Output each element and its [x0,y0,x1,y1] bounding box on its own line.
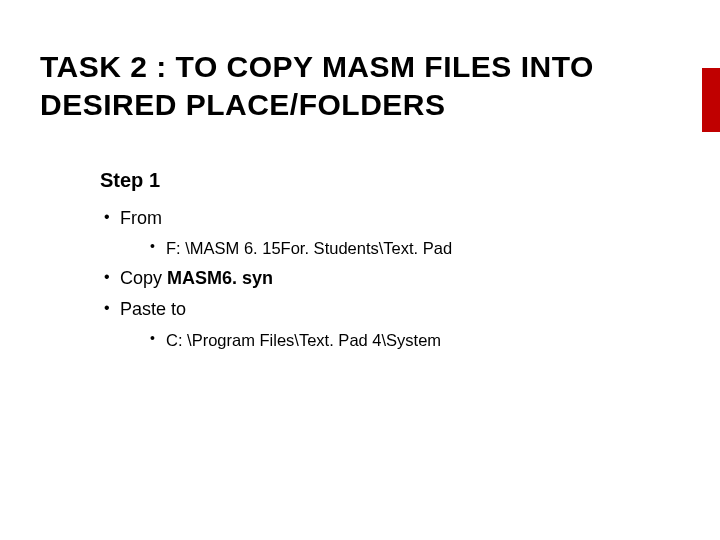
bullet-from: From F: \MASM 6. 15For. Students\Text. P… [100,206,680,260]
bullet-list-level2-paste: C: \Program Files\Text. Pad 4\System [148,329,680,352]
step-heading: Step 1 [100,169,680,192]
bullet-copy-prefix: Copy [120,268,167,288]
bullet-list-level2-from: F: \MASM 6. 15For. Students\Text. Pad [148,237,680,260]
bullet-copy: Copy MASM6. syn [100,266,680,291]
accent-bar [702,68,720,132]
bullet-paste-label: Paste to [120,299,186,319]
bullet-copy-filename: MASM6. syn [167,268,273,288]
bullet-paste-path: C: \Program Files\Text. Pad 4\System [148,329,680,352]
bullet-from-label: From [120,208,162,228]
bullet-from-path: F: \MASM 6. 15For. Students\Text. Pad [148,237,680,260]
slide-content: TASK 2 : TO COPY MASM FILES INTO DESIRED… [0,0,720,352]
slide-body: Step 1 From F: \MASM 6. 15For. Students\… [100,169,680,352]
bullet-list-level1: From F: \MASM 6. 15For. Students\Text. P… [100,206,680,352]
slide-title: TASK 2 : TO COPY MASM FILES INTO DESIRED… [40,48,680,123]
bullet-paste: Paste to C: \Program Files\Text. Pad 4\S… [100,297,680,351]
